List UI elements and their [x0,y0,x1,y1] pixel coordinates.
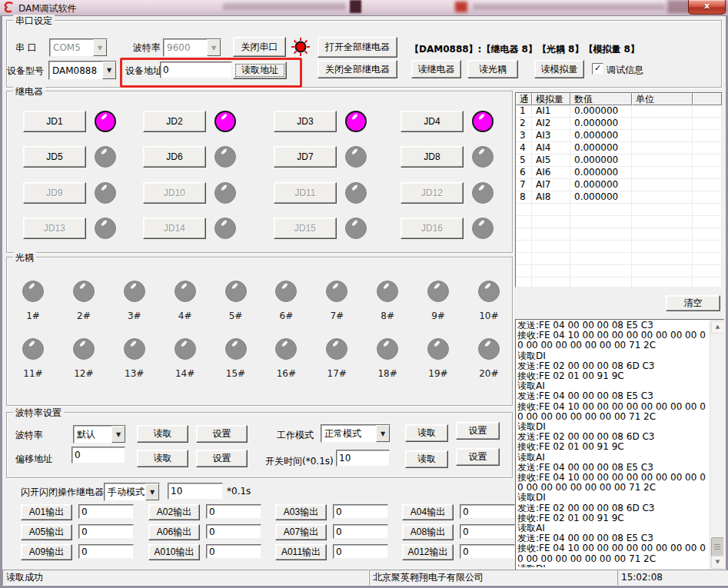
scroll-up-icon[interactable]: ▲ [711,321,724,334]
opto-label: 10# [479,311,498,321]
relay-button-jd6[interactable]: JD6 [143,146,206,168]
relay-button-jd3[interactable]: JD3 [274,111,337,132]
debug-log-text: 发送:FE 04 00 00 00 08 E5 C3 接收:FE 04 10 0… [517,321,708,567]
set-baud-button[interactable]: 设置 [196,425,248,443]
table-row: 1AI10.000000 [516,105,722,118]
opto-label: 19# [428,368,447,379]
baudrate-select[interactable]: 9600 ▼ [163,38,221,57]
log-scrollbar[interactable]: ▲ ▼ [710,320,723,570]
relay-button-jd1[interactable]: JD1 [23,111,86,132]
relay-led-jd1-on [95,111,116,132]
opto-label: 9# [431,311,445,321]
switch-time-input[interactable] [336,450,390,467]
output-button-a011[interactable]: A011输出 [275,544,327,560]
output-input-a09[interactable] [78,544,134,559]
col-header-extra[interactable] [693,93,722,105]
output-input-a03[interactable] [333,504,388,519]
relay-button-jd5[interactable]: JD5 [23,146,86,168]
col-header-unit[interactable]: 单位 [632,93,693,105]
read-offset-button[interactable]: 读取 [137,450,188,467]
opto-label: 11# [23,368,42,379]
close-all-relays-button[interactable]: 关闭全部继电器 [317,60,397,78]
opto-led-13 [124,338,145,360]
opto-label: 4# [178,311,192,321]
serial-group-label: 串口设定 [13,15,55,28]
table-row-empty [516,204,722,216]
output-button-a02[interactable]: A02输出 [148,504,200,520]
offset-address-input[interactable] [71,447,125,463]
read-switchtime-button[interactable]: 读取 [405,450,448,468]
output-input-a01[interactable] [78,504,134,519]
set-workmode-button[interactable]: 设置 [456,422,500,440]
flash-mode-select[interactable]: 手动模式 ▼ [104,483,160,501]
output-button-a09[interactable]: A09输出 [21,544,72,560]
output-button-a06[interactable]: A06输出 [148,524,200,540]
output-button-a01[interactable]: A01输出 [21,504,72,520]
relay-led-jd11-off [345,182,367,204]
baud2-select[interactable]: 默认 ▼ [73,425,126,443]
set-offset-button[interactable]: 设置 [196,450,248,467]
output-input-a012[interactable] [460,544,515,559]
baudrate-value: 9600 [164,42,207,53]
flash-time-input[interactable] [168,483,223,500]
titlebar[interactable]: DAM调试软件 x [0,0,728,16]
output-button-a012[interactable]: A012输出 [402,544,454,560]
close-button[interactable]: x [688,0,726,15]
output-button-a010[interactable]: A010输出 [148,544,200,560]
read-analog-button[interactable]: 读模拟量 [534,60,584,78]
opto-led-4 [175,281,196,302]
opto-label: 8# [381,311,394,321]
open-all-relays-button[interactable]: 打开全部继电器 [317,37,397,58]
output-input-a02[interactable] [206,504,261,519]
relay-button-jd7[interactable]: JD7 [274,146,337,168]
opto-led-3 [124,281,145,302]
output-input-a010[interactable] [206,544,261,559]
output-input-a07[interactable] [333,524,388,539]
device-address-input[interactable] [160,61,232,78]
device-model-select[interactable]: DAM0888 ▼ [48,61,117,80]
analog-table[interactable]: 通 模拟量 数值 单位 1AI10.000000 2AI20.000000 3A… [515,92,723,287]
output-button-a05[interactable]: A05输出 [21,524,72,540]
read-workmode-button[interactable]: 读取 [405,424,448,442]
read-address-button[interactable]: 读取地址 [233,61,287,79]
output-input-a011[interactable] [333,544,388,559]
relay-led-jd4-on [472,111,494,132]
output-button-a08[interactable]: A08输出 [402,524,454,540]
baud2-label: 波特率 [15,429,43,442]
workmode-select[interactable]: 正常模式 ▼ [321,424,391,443]
chevron-down-icon: ▼ [145,483,159,500]
relay-led-jd6-off [214,146,236,168]
status-time: 15:02:08 [617,570,728,586]
set-switchtime-button[interactable]: 设置 [456,448,500,466]
port-select[interactable]: COM5 ▼ [49,38,108,57]
output-input-a06[interactable] [206,524,261,539]
table-row: 4AI40.000000 [516,142,722,154]
opto-label: 20# [479,368,498,379]
clear-log-button[interactable]: 清空 [666,295,720,311]
col-header-analog[interactable]: 模拟量 [532,93,570,105]
relay-button-jd8[interactable]: JD8 [401,146,464,168]
table-row-empty [516,216,722,228]
col-header-channel[interactable]: 通 [516,93,532,105]
status-company: 北京聚英翱翔电子有限公司 [369,570,618,586]
debug-info-checkbox[interactable]: ✓ [592,63,603,75]
read-opto-button[interactable]: 读光耦 [467,60,518,78]
relay-button-jd2[interactable]: JD2 [143,111,206,132]
output-button-a04[interactable]: A04输出 [402,504,454,520]
read-relay-button[interactable]: 读继电器 [411,60,461,78]
output-button-a07[interactable]: A07输出 [275,524,327,540]
opto-led-17 [326,338,347,360]
close-port-button[interactable]: 关闭串口 [233,37,286,57]
opto-led-6 [275,281,297,302]
col-header-value[interactable]: 数值 [570,93,632,105]
read-baud-button[interactable]: 读取 [137,425,188,443]
scroll-down-icon[interactable]: ▼ [711,556,724,569]
output-input-a08[interactable] [460,524,515,539]
output-input-a05[interactable] [78,524,134,539]
debug-log[interactable]: 发送:FE 04 00 00 00 08 E5 C3 接收:FE 04 10 0… [515,319,724,570]
output-button-a03[interactable]: A03输出 [275,504,327,520]
table-row: 7AI70.000000 [516,179,722,191]
output-input-a04[interactable] [460,504,515,519]
relay-button-jd4[interactable]: JD4 [401,111,464,132]
scrollbar-thumb[interactable] [711,537,724,557]
